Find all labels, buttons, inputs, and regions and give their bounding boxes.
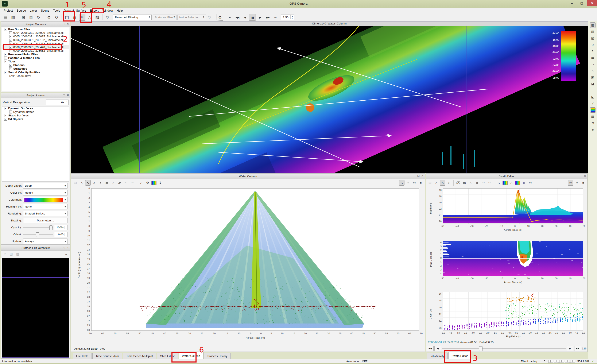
- redo-icon[interactable]: ↷: [129, 180, 135, 186]
- rect-select-icon[interactable]: ▭: [104, 180, 110, 186]
- save-icon[interactable]: ▤: [427, 180, 433, 186]
- swath-plot-pingdelta-depth[interactable]: [443, 292, 583, 331]
- zoom-in-icon[interactable]: ⌕: [98, 180, 103, 186]
- float-panel-icon[interactable]: ◱: [580, 174, 582, 177]
- close-panel-icon[interactable]: ✕: [67, 22, 69, 25]
- polygon-select-icon[interactable]: ▱: [590, 62, 596, 67]
- rotate-view-icon[interactable]: ⟲: [590, 120, 596, 126]
- scatter-slice-icon[interactable]: ∴: [590, 88, 596, 93]
- zoom-icon[interactable]: ⌕: [92, 180, 97, 186]
- accept-points-icon[interactable]: ∴: [496, 180, 502, 186]
- close-panel-icon[interactable]: ✕: [421, 174, 424, 177]
- play-button[interactable]: ▶: [257, 14, 263, 21]
- highlight-by-dropdown[interactable]: None▼: [23, 204, 68, 209]
- float-panel-icon[interactable]: ◱: [417, 174, 420, 177]
- rect-select-icon[interactable]: ▭: [462, 180, 467, 186]
- checkbox[interactable]: ✓: [4, 60, 7, 63]
- frame-icon[interactable]: ▯: [521, 180, 527, 186]
- water-column-plot[interactable]: [91, 188, 419, 331]
- offset-slider[interactable]: [23, 234, 53, 235]
- checkbox[interactable]: ✓: [9, 35, 12, 38]
- polygon-select-icon[interactable]: ▱: [117, 180, 122, 186]
- tilted-grid-icon[interactable]: ▨: [590, 29, 596, 34]
- menu-scene[interactable]: Scene: [39, 8, 51, 13]
- ruler-icon[interactable]: ╱: [590, 101, 596, 106]
- step-back-button[interactable]: ◀: [242, 14, 248, 21]
- checkbox[interactable]: ✓: [9, 111, 12, 113]
- tree-item[interactable]: ✓Position & Motion Files: [2, 56, 69, 60]
- checkbox[interactable]: ✓: [9, 39, 12, 41]
- depth-layer-dropdown[interactable]: Deep▼: [23, 183, 68, 189]
- tree-item[interactable]: SVP_00001.bsvp: [2, 74, 69, 78]
- filter-action-dropdown[interactable]: Revert All Filtering▼: [113, 15, 152, 20]
- checkbox[interactable]: ✓: [4, 118, 7, 121]
- update-dropdown[interactable]: Always▼: [23, 238, 68, 244]
- playback-speed-spinner[interactable]: 2.50▲▼: [281, 15, 294, 20]
- profile-chart-icon[interactable]: ◣: [590, 94, 596, 100]
- export-xyz-icon[interactable]: ⊠: [28, 14, 34, 21]
- cube-nodes-icon[interactable]: ◈: [590, 127, 596, 132]
- offset-spinner[interactable]: 0.00▲▼: [54, 232, 68, 237]
- menu-layer[interactable]: Layer: [28, 8, 39, 13]
- float-panel-icon[interactable]: ◱: [63, 22, 65, 25]
- checkbox[interactable]: ✓: [9, 32, 12, 34]
- processing-settings-icon[interactable]: ⚙: [46, 14, 52, 21]
- shading-parameters-button[interactable]: Parameters...: [23, 218, 68, 223]
- refresh-icon[interactable]: ↻: [53, 14, 60, 21]
- surface-edit-overview-viewport[interactable]: [2, 258, 69, 357]
- surface-spline-filter-icon[interactable]: ▨: [94, 14, 101, 21]
- tab-time-series-editor[interactable]: Time Series Editor: [92, 353, 123, 359]
- select-cursor-icon[interactable]: ↖: [440, 180, 445, 186]
- colorbar-toggle-icon[interactable]: [590, 107, 596, 113]
- ping-slider-thumb[interactable]: [479, 346, 482, 351]
- color-by-dropdown[interactable]: Height▼: [23, 190, 68, 196]
- pause-button[interactable]: ▮▮: [249, 14, 256, 21]
- swath-plot-across-pingdelta[interactable]: [443, 241, 583, 276]
- tree-item[interactable]: ✓Raw Sonar Files: [2, 27, 69, 31]
- home-icon[interactable]: ⌂: [433, 180, 439, 186]
- export-beam-icon[interactable]: ↧: [157, 180, 163, 186]
- scatter-toggle-icon[interactable]: ∴: [399, 180, 404, 186]
- panel-menu-icon[interactable]: ≡: [418, 180, 424, 186]
- menu-tools[interactable]: Tools: [51, 8, 62, 13]
- add-processed-files-icon[interactable]: ▥: [10, 14, 16, 21]
- tree-item[interactable]: ✓0005_20060331_235025_ShipName.all: [2, 35, 69, 38]
- checkbox[interactable]: ✓: [4, 28, 7, 31]
- close-panel-icon[interactable]: ✕: [584, 174, 586, 177]
- tab-file-table[interactable]: File Table: [73, 353, 92, 359]
- fan-display-icon[interactable]: ♒: [405, 180, 411, 186]
- checkbox[interactable]: ✓: [4, 71, 7, 74]
- checkbox[interactable]: ✓: [4, 114, 7, 117]
- checkbox[interactable]: ✓: [4, 107, 7, 110]
- select-cursor-icon[interactable]: ↖: [590, 48, 596, 54]
- opacity-spinner[interactable]: 100%▲▼: [54, 225, 68, 230]
- minimize-button[interactable]: –: [567, 0, 577, 6]
- filter-funnel-icon[interactable]: ▽: [104, 14, 111, 21]
- opacity-slider[interactable]: [23, 227, 53, 228]
- colormap-dropdown[interactable]: ▼: [23, 197, 68, 202]
- tree-item[interactable]: ✓Strategies: [2, 67, 69, 71]
- rendering-dropdown[interactable]: Shaded Surface▼: [23, 211, 68, 216]
- colormap-select-icon[interactable]: [151, 180, 157, 186]
- redo-icon[interactable]: ↷: [487, 180, 492, 186]
- tab-process-history[interactable]: Process History: [204, 353, 231, 359]
- selection-scope-dropdown[interactable]: Inside Selection▼: [177, 15, 206, 20]
- rewind-button[interactable]: ◀◀: [234, 14, 241, 21]
- skip-start-button[interactable]: ⇤: [226, 14, 233, 21]
- surface-files-dropdown[interactable]: Surface's Files▼: [153, 15, 176, 20]
- maximize-button[interactable]: ▢: [577, 0, 586, 6]
- reject-points-icon[interactable]: ∴: [509, 180, 514, 186]
- tab-time-series-multiplot[interactable]: Time Series Multiplot: [123, 353, 156, 359]
- float-panel-icon[interactable]: ◱: [63, 94, 65, 97]
- grid-view-icon[interactable]: ▦: [590, 22, 596, 28]
- point-display-icon[interactable]: ∴: [139, 180, 144, 186]
- vertical-exaggeration-spinner[interactable]: 6× ▲▼: [46, 100, 69, 105]
- dynamic-surface-options-icon[interactable]: ⚙: [217, 14, 223, 21]
- home-icon[interactable]: ⌂: [79, 180, 84, 186]
- clear-filter-icon[interactable]: ▽: [206, 14, 213, 21]
- close-panel-icon[interactable]: ✕: [67, 94, 69, 97]
- tree-item[interactable]: ✓Stations: [2, 63, 69, 67]
- eraser-icon[interactable]: ⌫: [455, 180, 461, 186]
- export-file-icon[interactable]: ⊞: [20, 14, 27, 21]
- ping-next-button[interactable]: ▶: [567, 346, 573, 351]
